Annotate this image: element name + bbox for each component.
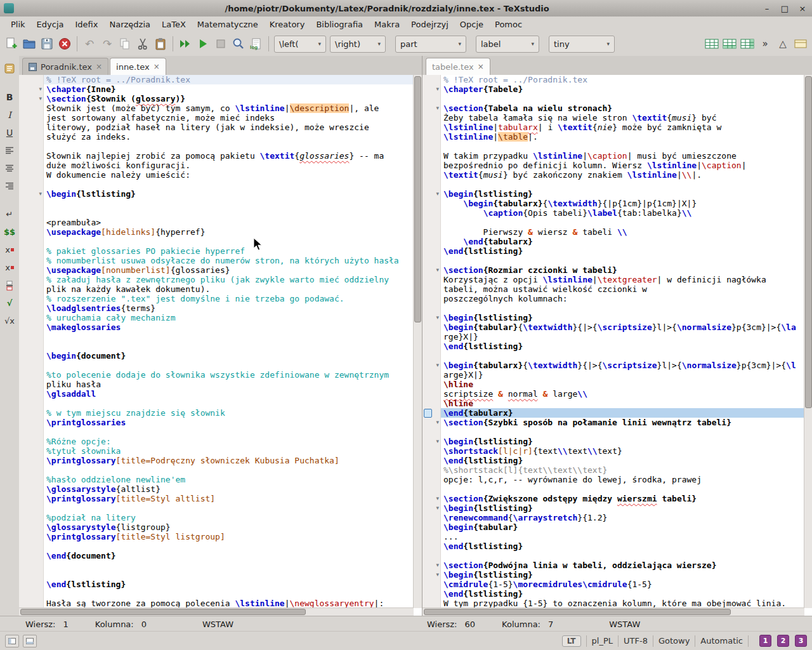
fold-marker-icon[interactable]: ▾: [436, 437, 439, 446]
code-line[interactable]: ▾\section{Tabela na wielu stronach}: [422, 103, 804, 113]
code-text[interactable]: [44, 361, 414, 370]
code-line[interactable]: literowy, podział haseł na litery (jak w…: [19, 123, 414, 132]
code-line[interactable]: [422, 218, 804, 227]
code-line[interactable]: służyć za indeks.: [19, 132, 414, 142]
code-line[interactable]: \end{document}: [19, 551, 414, 560]
gutter[interactable]: [422, 294, 441, 303]
code-line[interactable]: [19, 199, 414, 208]
code-text[interactable]: % rozszerzenie ".tex" jest domyślne i ni…: [44, 294, 414, 303]
gutter[interactable]: [19, 313, 44, 322]
code-text[interactable]: [441, 551, 804, 560]
code-text[interactable]: [441, 303, 804, 313]
code-line[interactable]: ▾\section{Zwiększone odstępy między wier…: [422, 494, 804, 503]
gutter[interactable]: [422, 551, 441, 560]
open-file-button[interactable]: [20, 35, 38, 53]
code-line[interactable]: \begin{tabularx}{\textwidth}{|p{1cm}|p{1…: [422, 199, 804, 208]
code-text[interactable]: %Różne opcje:: [44, 437, 414, 446]
code-line[interactable]: [422, 256, 804, 265]
menu-matematyczne[interactable]: Matematyczne: [192, 18, 264, 31]
gutter[interactable]: [422, 513, 441, 522]
code-text[interactable]: \section{Szybki sposób na połamanie lini…: [441, 418, 804, 427]
code-text[interactable]: \begin{lstlisting}: [441, 313, 804, 322]
code-line[interactable]: ▾\section{Rozmiar czcionki w tabeli}: [422, 265, 804, 275]
menu-podejrzyj[interactable]: Podejrzyj: [405, 18, 454, 31]
label-dropdown[interactable]: label ▾: [476, 36, 539, 53]
menu-kreatory[interactable]: Kreatory: [264, 18, 311, 31]
code-line[interactable]: Hasła są tworzone za pomocą polecenia \l…: [19, 599, 414, 608]
gutter[interactable]: [19, 322, 44, 332]
table-wizard-button[interactable]: [703, 35, 721, 53]
code-line[interactable]: [422, 303, 804, 313]
left-delimiter-dropdown[interactable]: \left( ▾: [274, 36, 326, 53]
code-text[interactable]: arge}X|}: [441, 370, 804, 380]
code-text[interactable]: \begin{document}: [44, 351, 414, 361]
code-line[interactable]: % !TeX root = ../Poradnik.tex: [422, 75, 804, 84]
code-line[interactable]: %\shortstack[l]{text\\text\\text}: [422, 465, 804, 475]
subscript-button[interactable]: x: [2, 242, 17, 257]
gutter[interactable]: [19, 284, 44, 294]
code-line[interactable]: jest sortowany alfabetycznie, może mieć …: [19, 113, 414, 123]
right-horizontal-scrollbar[interactable]: [422, 607, 804, 616]
code-text[interactable]: % uruchamia cały mechanizm: [44, 313, 414, 322]
code-line[interactable]: [19, 427, 414, 437]
gutter[interactable]: [19, 399, 44, 408]
view-log-button[interactable]: log: [247, 35, 265, 53]
gutter[interactable]: [422, 522, 441, 532]
gutter[interactable]: [422, 123, 441, 132]
code-line[interactable]: Żeby tabela łamała się na wiele stron \t…: [422, 113, 804, 123]
toggle-structure-panel-button[interactable]: [5, 635, 19, 647]
gutter[interactable]: [422, 237, 441, 246]
code-line[interactable]: [422, 551, 804, 560]
close-button[interactable]: ×: [797, 3, 808, 14]
code-text[interactable]: \lstinline|tabularx| i \textit{nie} może…: [441, 123, 804, 132]
gutter[interactable]: [422, 351, 441, 361]
gutter[interactable]: ▾: [422, 437, 441, 446]
italic-button[interactable]: I: [2, 107, 17, 122]
gutter[interactable]: [19, 503, 44, 513]
tab-close-icon[interactable]: ×: [154, 62, 160, 71]
code-text[interactable]: \caption{Opis tabeli}\label{tab:labelka}…: [441, 208, 804, 218]
gutter[interactable]: [422, 94, 441, 103]
code-text[interactable]: \loadglsentries{terms}: [44, 303, 414, 313]
gutter[interactable]: [19, 513, 44, 522]
code-text[interactable]: \begin{tabular}: [441, 522, 804, 532]
code-line[interactable]: tabeli, można ustawić wielkość czcionki …: [422, 284, 804, 294]
code-text[interactable]: %tytuł słownika: [44, 446, 414, 456]
code-text[interactable]: [441, 427, 804, 437]
menu-edycja[interactable]: Edycja: [31, 18, 70, 31]
code-line[interactable]: Korzystając z opcji \lstinline|\textgrea…: [422, 275, 804, 284]
code-line[interactable]: [422, 484, 804, 494]
code-line[interactable]: ...: [422, 532, 804, 541]
code-line[interactable]: ▾\section{Szybki sposób na połamanie lin…: [422, 418, 804, 427]
gutter[interactable]: [19, 265, 44, 275]
code-line[interactable]: ▾\chapter{Tabele}: [422, 84, 804, 94]
code-text[interactable]: W dokumencie należy umieścić:: [44, 170, 414, 180]
encoding-button[interactable]: UTF-8: [624, 636, 648, 646]
code-line[interactable]: [422, 142, 804, 151]
gutter[interactable]: ▾: [422, 103, 441, 113]
menu-narzędzia[interactable]: Narzędzia: [103, 18, 156, 31]
code-text[interactable]: Żeby tabela łamała się na wiele stron \t…: [441, 113, 804, 123]
left-horizontal-scrollbar[interactable]: [19, 607, 414, 616]
code-line[interactable]: [19, 541, 414, 551]
gutter[interactable]: [422, 389, 441, 399]
code-text[interactable]: \end{document}: [44, 551, 414, 560]
code-line[interactable]: [19, 503, 414, 513]
code-text[interactable]: [44, 541, 414, 551]
toolbar-overflow-button[interactable]: »: [756, 35, 774, 53]
code-text[interactable]: \end{lstlisting}: [441, 589, 804, 599]
code-text[interactable]: \hline: [441, 380, 804, 389]
code-line[interactable]: arge}X|}: [422, 370, 804, 380]
code-text[interactable]: scriptsize & normal & large\\: [441, 389, 804, 399]
code-text[interactable]: \begin{tabularx}{\textwidth}{|p{1cm}|p{1…: [441, 199, 804, 208]
gutter[interactable]: [422, 541, 441, 551]
gutter[interactable]: [19, 389, 44, 399]
minimize-button[interactable]: –: [761, 3, 773, 14]
code-text[interactable]: \glossarystyle{altlist}: [44, 484, 414, 494]
code-line[interactable]: \lstinline|tabularx| i \textit{nie} może…: [422, 123, 804, 132]
code-line[interactable]: \lstinline|\table|.: [422, 132, 804, 142]
gutter[interactable]: [422, 380, 441, 389]
code-text[interactable]: \end{lstlisting}: [441, 456, 804, 465]
gutter[interactable]: ▾: [422, 313, 441, 322]
gutter[interactable]: ▾: [422, 189, 441, 199]
